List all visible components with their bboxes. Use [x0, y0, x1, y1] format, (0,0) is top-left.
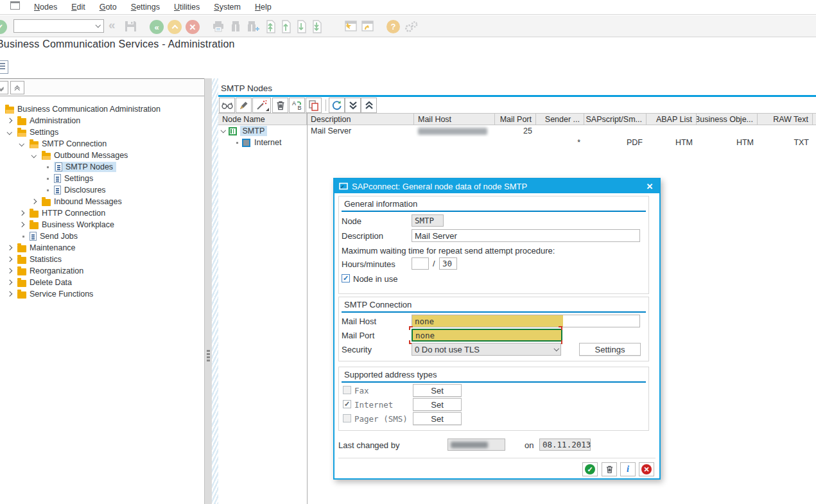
col-raw-text[interactable]: RAW Text [758, 114, 813, 125]
info-button[interactable]: i [620, 462, 636, 476]
rename-button[interactable]: AB [289, 98, 305, 113]
expander-icon[interactable] [19, 141, 24, 146]
set-internet-button[interactable]: Set [413, 398, 462, 411]
menu-edit[interactable]: Edit [71, 3, 85, 12]
dialog-title-bar[interactable]: SAPconnect: General node data of node SM… [334, 179, 659, 193]
copy-button[interactable] [306, 98, 322, 113]
system-menu-icon[interactable] [10, 1, 20, 10]
node-name-cell[interactable]: SMTP [240, 126, 268, 136]
cancel-dialog-button[interactable]: ✕ [639, 462, 654, 476]
pager-checkbox[interactable] [343, 414, 351, 422]
tree-item-disclosures[interactable]: Disclosures [0, 184, 204, 196]
tree-item-smtp-connection[interactable]: SMTP Connection [0, 138, 204, 150]
edit-button[interactable] [236, 98, 252, 113]
node-in-use-checkbox[interactable]: ✓ [342, 274, 350, 282]
fax-checkbox[interactable] [343, 386, 351, 394]
find-next-icon[interactable] [246, 20, 261, 35]
tree-item-send-jobs[interactable]: Send Jobs [0, 230, 204, 242]
col-node-name[interactable]: Node Name [218, 114, 307, 125]
print-icon[interactable] [211, 20, 225, 35]
table-row-internet[interactable]: Internet * PDF HTM HTM TXT [218, 137, 816, 148]
col-sapscript[interactable]: SAPscript/Sm... [584, 114, 647, 125]
tree-item-service-functions[interactable]: Service Functions [0, 288, 204, 300]
col-business-object[interactable]: Business Obje... [697, 114, 758, 125]
menu-nodes[interactable]: Nodes [34, 3, 57, 12]
menu-system[interactable]: System [214, 3, 241, 12]
enter-button[interactable]: ✓ [0, 20, 7, 34]
dropdown-indicator[interactable] [266, 108, 269, 111]
col-mail-port[interactable]: Mail Port [495, 114, 536, 125]
expander-icon[interactable] [19, 211, 24, 216]
collapse-all-button[interactable] [10, 81, 24, 94]
row-expander-icon[interactable] [221, 128, 226, 133]
hours-field[interactable] [412, 257, 429, 270]
create-shortcut-icon[interactable] [343, 20, 358, 35]
menu-goto[interactable]: Goto [100, 3, 117, 12]
confirm-button[interactable]: ✓ [582, 462, 598, 476]
tree-item-business-workplace[interactable]: Business Workplace [0, 219, 204, 230]
back-button[interactable]: « [150, 20, 164, 34]
business-object-cell[interactable]: HTM [697, 137, 758, 148]
expander-icon[interactable] [7, 257, 12, 262]
wizard-button[interactable] [252, 98, 271, 113]
menu-settings[interactable]: Settings [131, 3, 160, 12]
expander-icon[interactable] [31, 199, 37, 204]
collapse-all-nodes-button[interactable] [361, 98, 377, 113]
col-sender[interactable]: Sender ... [536, 114, 584, 125]
settings-button[interactable]: Settings [579, 343, 641, 356]
save-icon[interactable] [124, 20, 137, 35]
first-page-icon[interactable] [265, 20, 276, 35]
help-button[interactable]: ? [386, 20, 400, 33]
col-description[interactable]: Description [307, 114, 414, 125]
refresh-button[interactable] [329, 98, 345, 113]
find-icon[interactable] [229, 20, 242, 35]
tree-item-smtp-nodes[interactable]: SMTP Nodes [0, 161, 204, 173]
expander-icon[interactable] [7, 268, 12, 274]
col-mail-host[interactable]: Mail Host [414, 114, 495, 125]
security-select[interactable]: 0 Do not use TLS [412, 343, 561, 356]
exit-button[interactable] [168, 20, 182, 34]
mail-port-field[interactable]: none [412, 329, 562, 342]
cancel-button[interactable]: ✕ [186, 20, 200, 34]
collapse-command-icon[interactable]: « [109, 18, 116, 32]
expander-icon[interactable] [7, 280, 12, 285]
mail-port-cell[interactable]: 25 [495, 125, 536, 137]
panel-splitter[interactable] [204, 78, 212, 504]
tree-item-http-connection[interactable]: HTTP Connection [0, 207, 204, 219]
menu-utilities[interactable]: Utilities [174, 3, 200, 12]
tree-item-maintenance[interactable]: Maintenance [0, 242, 204, 254]
tree-item-settings-leaf[interactable]: Settings [0, 173, 204, 184]
chevron-down-icon[interactable] [95, 22, 100, 28]
tree-item-inbound-messages[interactable]: Inbound Messages [0, 196, 204, 207]
tree-scrollbar[interactable] [212, 78, 218, 504]
display-button[interactable] [219, 98, 235, 113]
expander-icon[interactable] [19, 222, 24, 227]
set-fax-button[interactable]: Set [413, 384, 462, 397]
expander-icon[interactable] [7, 291, 12, 297]
chevron-down-icon[interactable] [553, 346, 559, 351]
tree-item-root[interactable]: Business Communication Administration [0, 103, 204, 115]
abap-list-cell[interactable]: HTM [647, 137, 697, 148]
expand-all-button[interactable] [0, 81, 8, 94]
menu-help[interactable]: Help [255, 3, 272, 12]
sapscript-cell[interactable]: PDF [584, 137, 647, 148]
gui-actions-icon[interactable] [360, 20, 374, 35]
table-row-smtp[interactable]: SMTP Mail Server 25 [218, 125, 816, 137]
tree-item-reorganization[interactable]: Reorganization [0, 265, 204, 277]
expand-all-nodes-button[interactable] [345, 98, 361, 113]
tree-item-delete-data[interactable]: Delete Data [0, 277, 204, 288]
splitter-grip[interactable] [207, 350, 210, 352]
tree-item-statistics[interactable]: Statistics [0, 254, 204, 265]
sender-cell[interactable]: * [536, 137, 584, 148]
close-icon[interactable]: ✕ [644, 181, 655, 191]
mail-host-field[interactable]: none [412, 315, 640, 327]
last-page-icon[interactable] [311, 20, 322, 35]
document-list-icon[interactable] [0, 60, 8, 74]
description-cell[interactable]: Mail Server [307, 125, 414, 137]
tree-item-settings[interactable]: Settings [0, 126, 204, 138]
command-field[interactable] [13, 19, 104, 33]
customize-layout-icon[interactable] [403, 20, 420, 35]
minutes-field[interactable]: 30 [439, 257, 457, 270]
expander-icon[interactable] [7, 118, 12, 123]
description-field[interactable]: Mail Server [412, 229, 640, 242]
